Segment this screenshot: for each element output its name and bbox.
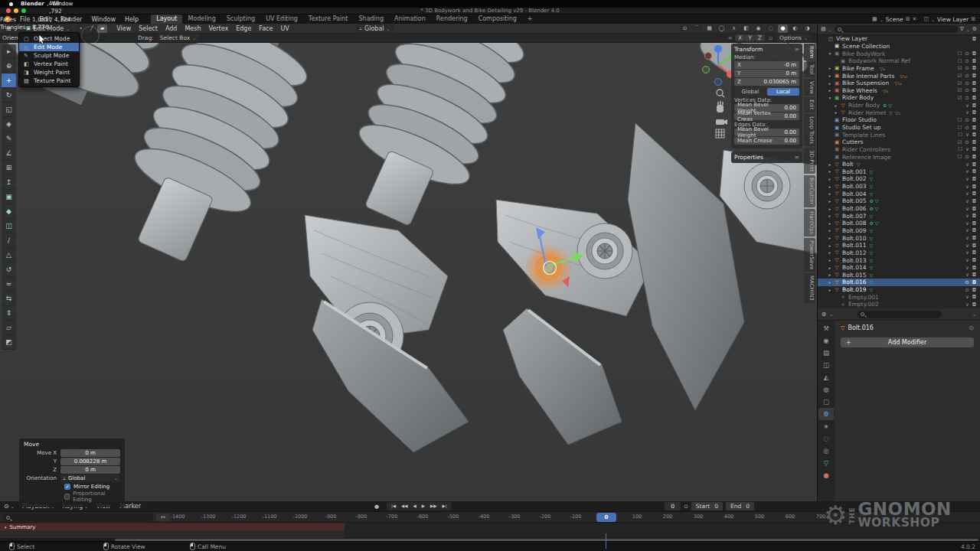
visibility-toggle-icons[interactable]: ∨ ◘ — [965, 257, 977, 263]
outliner-item-label[interactable]: Bolt.016 — [842, 279, 866, 285]
outliner-item-label[interactable]: Bike Internal Parts — [842, 73, 894, 80]
outliner-item-label[interactable]: Bolt.007 — [842, 213, 866, 220]
breadcrumb-object-name[interactable]: Bolt.016 — [848, 324, 874, 331]
workspace-tab[interactable]: Texture Paint — [303, 15, 354, 24]
outliner-row[interactable]: ▾ ▣ Bike BodyWork ☐ ⊙ ◘ — [818, 50, 980, 57]
transform-orientation-button[interactable]: ⟂Global⌄ — [356, 24, 394, 33]
outliner-item-label[interactable]: Cutters — [842, 139, 863, 145]
outliner-item-label[interactable]: Floor Studio — [842, 116, 877, 123]
outliner-row[interactable]: ▸ ▽ Bolt.013 ▽ ∨ ◘ — [818, 256, 980, 264]
outliner-row[interactable]: ▸ ▽ Bolt.004 ▽ ∨ ◘ — [818, 190, 980, 197]
properties-tab-object-data[interactable]: ▽ — [818, 457, 834, 469]
unlink-scene-icon[interactable]: ✕ — [913, 16, 917, 22]
pin-icon[interactable]: ⊙ — [969, 324, 974, 331]
drag-mode-dropdown[interactable]: Select Box⌄ — [157, 34, 200, 42]
display-mode-icon[interactable]: ▤ — [821, 26, 826, 32]
visibility-toggle-icons[interactable]: ☑ ⊙ ◘ — [957, 73, 977, 79]
viewport-menu[interactable]: Vertex — [204, 25, 232, 32]
toolbar-tool[interactable]: ◆ — [2, 204, 16, 219]
viewport-header-icon[interactable]: ● — [778, 24, 788, 33]
toolbar-tool[interactable]: ▱ — [2, 321, 16, 335]
expand-arrow-icon[interactable]: ▸ — [827, 243, 833, 248]
n-panel-tab[interactable]: Loop Tools — [804, 114, 815, 146]
transport-button[interactable]: ◀ — [411, 503, 419, 510]
outliner-row[interactable]: ▣ Scene Collection — [818, 43, 980, 51]
timeline-search-input[interactable] — [3, 514, 153, 521]
toolbar-tool[interactable]: ∕ — [2, 233, 16, 248]
expand-arrow-icon[interactable]: ▾ — [827, 51, 833, 56]
toolbar-tool[interactable]: ↻ — [2, 88, 16, 103]
frame-start-field[interactable]: Start0 — [691, 502, 723, 510]
proportional-editing-checkbox[interactable] — [64, 494, 70, 500]
mirror-axis-button[interactable]: X — [735, 34, 745, 41]
expand-arrow-icon[interactable]: ▸ — [827, 221, 833, 226]
expand-arrow-icon[interactable]: ▸ — [827, 266, 833, 270]
visibility-toggle-icons[interactable]: ☑ ⊙ ◘ — [957, 80, 977, 86]
mode-menu-item[interactable]: △ Edit Mode — [19, 43, 79, 51]
visibility-toggle-icons[interactable]: ∨ ◘ — [965, 161, 977, 168]
visibility-toggle-icons[interactable]: ∨ ◘ — [965, 176, 977, 182]
scene-icon[interactable]: ▦ — [872, 16, 877, 22]
auto-keying-button[interactable]: ● — [371, 504, 382, 510]
visibility-toggle-icons[interactable]: ☐ ∨ ◘ — [958, 132, 977, 138]
view-layer-selector[interactable]: View Layer — [937, 16, 969, 23]
outliner-item-label[interactable]: Bolt.012 — [842, 249, 866, 256]
outliner-row[interactable]: ▣ Floor Studio ☐ ⊙ ◘ — [818, 116, 980, 124]
visibility-toggle-icons[interactable]: ∨ ◘ — [965, 168, 977, 174]
median-field[interactable]: X-0 m — [734, 61, 799, 69]
toolbar-tool[interactable]: ◫ — [2, 219, 16, 233]
viewport-header-icon[interactable]: ∧ — [729, 24, 739, 33]
viewport-menu[interactable]: Edge — [232, 25, 255, 32]
toolbar-tool[interactable]: ◩ — [2, 335, 16, 350]
visibility-toggle-icons[interactable]: ☐ ⊙ ◘ — [957, 125, 977, 131]
move-field-value[interactable]: 0 m — [60, 466, 120, 474]
frame-end-field[interactable]: End0 — [726, 502, 754, 510]
chevron-down-icon[interactable]: ⌄ — [972, 311, 976, 317]
visibility-toggle-icons[interactable]: ∨ ◘ — [965, 198, 977, 204]
outliner-item-label[interactable]: Bike Wheels — [842, 87, 877, 94]
outliner-row[interactable]: ▸ ▽ Bolt.009 ▽ ∨ ◘ — [818, 227, 980, 235]
n-panel-tab[interactable]: HardOps — [804, 209, 815, 236]
viewport-header-icon[interactable]: ◉ — [753, 24, 763, 33]
outliner-row[interactable]: ▸ ▽ Bolt.014 ▽ ∨ ◘ — [818, 264, 980, 272]
outliner-row[interactable]: ▸ ▽ Bolt.010 ▽ ∨ ◘ — [818, 234, 980, 242]
mirror-axis-button[interactable]: Y — [745, 34, 755, 41]
viewport-menu[interactable]: Add — [162, 25, 181, 32]
outliner-row[interactable]: ◫ View Layer ◘ — [818, 35, 980, 43]
outliner-row[interactable]: ▣ Bodywork Normal Ref ☐ ⊙ ◘ — [818, 57, 980, 65]
expand-arrow-icon[interactable]: ▸ — [827, 214, 833, 218]
outliner-row[interactable]: ▸ ▽ Bolt.008 ⚙ ▽ ∨ ◘ — [818, 220, 980, 227]
outliner-item-label[interactable]: Bolt.015 — [842, 272, 866, 279]
outliner-row[interactable]: ▣ Studio Set up ☐ ⊙ ◘ — [818, 124, 980, 132]
transport-button[interactable]: ▶| — [440, 503, 449, 510]
filter-icon[interactable]: ∇ — [960, 26, 964, 32]
panel-menu-icon[interactable]: ≡ — [795, 154, 799, 161]
outliner-row[interactable]: ▸ ▽ Bolt.007 ▽ ∨ ◘ — [818, 212, 980, 220]
visibility-toggle-icons[interactable]: ◘ — [972, 36, 977, 42]
toolbar-tool[interactable]: ⊞ — [2, 161, 16, 175]
visibility-toggle-icons[interactable]: ∨ ◘ — [965, 191, 977, 197]
move-field-row[interactable]: Y0.008228 m — [24, 458, 120, 465]
edge-data-field[interactable]: Mean Bevel Weight0.00 — [734, 129, 799, 136]
mirror-editing-checkbox[interactable]: ✓ — [64, 484, 70, 490]
workspace-tab[interactable]: Rendering — [431, 15, 473, 24]
move-field-value[interactable]: 0 m — [60, 449, 120, 457]
outliner-item-label[interactable]: Bolt.014 — [842, 264, 866, 271]
toolbar-tool[interactable]: ≈ — [2, 277, 16, 292]
options-dropdown[interactable]: Options⌄ — [776, 34, 811, 42]
visibility-toggle-icons[interactable]: ☐ ⊙ ◘ — [957, 51, 977, 57]
n-panel-tab[interactable]: View — [804, 79, 815, 96]
expand-arrow-icon[interactable]: ▸ — [827, 228, 833, 233]
outliner-row[interactable]: ▸ ▣ Bike Suspension ▽₁₈ ☑ ⊙ ◘ — [818, 80, 980, 87]
editor-type-icon[interactable]: ⚙ — [822, 311, 826, 318]
snap-base-icon[interactable]: ▫ — [769, 34, 773, 41]
toolbar-tool[interactable]: ∠ — [2, 146, 16, 161]
visibility-toggle-icons[interactable]: ∨ ◘ — [965, 243, 977, 249]
properties-tab-material[interactable]: ● — [818, 469, 834, 481]
n-panel-tab[interactable]: Item — [804, 44, 815, 60]
outliner-row[interactable]: ▸ ▽ Bolt.016 ▽ ⊙ ◘ — [818, 279, 980, 286]
n-panel-tab[interactable]: MACHIN3 — [804, 273, 815, 303]
apple-logo[interactable] — [9, 2, 13, 6]
move-field-row[interactable]: Z0 m — [24, 466, 120, 474]
expand-arrow-icon[interactable]: ▸ — [827, 288, 833, 292]
